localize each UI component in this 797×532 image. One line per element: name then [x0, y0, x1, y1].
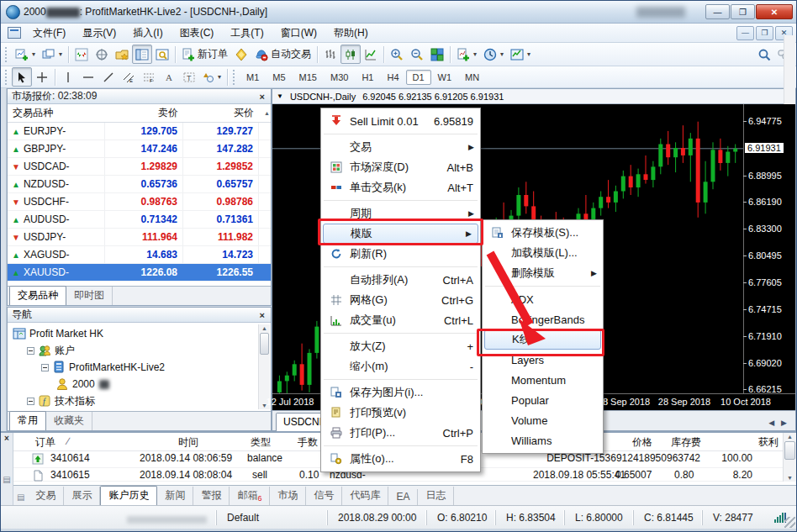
close-icon[interactable]: × — [258, 310, 267, 320]
child-restore-button[interactable]: ❐ — [756, 26, 773, 40]
menu-tools[interactable]: 工具(T) — [222, 24, 272, 43]
context-menu-item-成交量-u-[interactable]: 成交量(u)Ctrl+L — [321, 310, 480, 330]
new-chart-button[interactable]: ▾ — [12, 45, 39, 64]
terminal-column-header[interactable]: 时间 — [178, 435, 198, 450]
template-item-momentum[interactable]: Momentum — [483, 370, 603, 390]
context-menu-item-保存为图片-i----[interactable]: 保存为图片(i)... — [321, 382, 480, 403]
market-watch-button[interactable] — [112, 45, 132, 64]
tree-expand-icon[interactable] — [27, 347, 34, 355]
crosshair-tool-button[interactable] — [32, 67, 52, 87]
metaeditor-button[interactable] — [231, 45, 251, 64]
terminal-tab-展示[interactable]: 展示 — [64, 487, 100, 505]
autotrading-button[interactable]: 自动交易 — [251, 45, 314, 64]
market-watch-row-usdchf[interactable]: ▼USDCHF-0.987630.98786 — [8, 193, 271, 211]
timeframe-d1[interactable]: D1 — [406, 70, 431, 85]
data-window-button[interactable] — [92, 45, 112, 64]
tab-scroll-right-icon[interactable]: ▶ — [781, 419, 787, 427]
new-order-button[interactable]: 新订单 — [178, 45, 231, 64]
template-item-bollingerbands[interactable]: BollingerBands — [483, 309, 603, 329]
close-icon[interactable]: × — [4, 434, 9, 443]
vertical-line-tool-button[interactable] — [58, 67, 78, 87]
template-item-加载模版-l----[interactable]: 加载模版(L)... — [483, 243, 603, 263]
template-item-删除模版[interactable]: 删除模版▶ — [483, 263, 603, 283]
indicators-list-button[interactable]: ▾ — [453, 45, 480, 64]
terminal-column-header[interactable]: ∕ — [67, 435, 69, 447]
timeframe-m1[interactable]: M1 — [240, 70, 266, 85]
navigator-item-账户[interactable]: 账户 — [9, 342, 269, 359]
close-icon[interactable]: × — [258, 92, 267, 102]
template-item-williams[interactable]: Williams — [483, 430, 603, 450]
terminal-column-header[interactable]: 订单 — [35, 435, 55, 450]
tick-chart-button[interactable] — [71, 45, 92, 64]
fibonacci-tool-button[interactable]: F — [139, 67, 159, 87]
status-template[interactable]: Default — [216, 510, 327, 525]
template-item-popular[interactable]: Popular — [483, 390, 603, 410]
tile-windows-button[interactable] — [427, 45, 447, 64]
label-tool-button[interactable]: T — [179, 67, 199, 87]
market-watch-row-nzdusd[interactable]: ▲NZDUSD-0.657360.65757 — [8, 176, 271, 193]
timeframe-m5[interactable]: M5 — [266, 70, 292, 85]
template-item-volume[interactable]: Volume — [483, 410, 603, 430]
context-menu-item-放大-z-[interactable]: 放大(Z)+ — [321, 336, 480, 356]
context-menu-item-网格-g-[interactable]: 网格(G)Ctrl+G — [321, 290, 480, 310]
timeframe-h1[interactable]: H1 — [355, 70, 380, 85]
navigator-item-profitmarkethk-live2[interactable]: ProfitMarketHK-Live2 — [9, 359, 269, 376]
market-watch-row-xagusd[interactable]: ▲XAGUSD-14.68314.723 — [8, 246, 271, 264]
navigator-tab-收藏夹[interactable]: 收藏夹 — [46, 412, 92, 430]
terminal-tab-市场[interactable]: 市场 — [270, 487, 306, 505]
terminal-tab-新闻[interactable]: 新闻 — [157, 487, 193, 505]
terminal-tab-警报[interactable]: 警报 — [193, 487, 230, 505]
candlestick-chart-button[interactable] — [340, 45, 361, 64]
timeframe-mn[interactable]: MN — [458, 70, 486, 85]
market-watch-row-audusd[interactable]: ▲AUDUSD-0.713420.71361 — [8, 211, 271, 229]
context-menu-item-模版[interactable]: 模版▶ — [323, 224, 478, 244]
market-watch-row-usdjpy[interactable]: ▼USDJPY-111.964111.982 — [8, 229, 271, 246]
trendline-tool-button[interactable] — [98, 67, 119, 87]
terminal-tab-交易[interactable]: 交易 — [28, 487, 64, 505]
search-button[interactable] — [754, 45, 774, 64]
terminal-tab-邮箱[interactable]: 邮箱6 — [230, 487, 270, 505]
bar-chart-button[interactable] — [320, 45, 340, 64]
template-item-layers[interactable]: Layers — [483, 350, 603, 370]
market-watch-row-eurjpy[interactable]: ▲EURJPY-129.705129.727 — [8, 123, 271, 140]
timeframe-m30[interactable]: M30 — [324, 70, 355, 85]
terminal-scrollbar[interactable]: ▲ ▼ — [783, 433, 796, 482]
context-menu-item-打印预览-v-[interactable]: 打印预览(v) — [321, 403, 480, 423]
restore-button[interactable]: ❐ — [731, 4, 755, 19]
terminal-tab-账户历史[interactable]: 账户历史 — [100, 486, 157, 505]
context-menu-item-sell-limit-0-01[interactable]: Sell Limit 0.016.95819 — [321, 111, 480, 131]
terminal-column-header[interactable]: 库存费 — [671, 435, 701, 450]
line-chart-button[interactable] — [361, 45, 381, 64]
templates-button[interactable]: ▾ — [507, 45, 534, 64]
navigator-item-技术指标[interactable]: f技术指标 — [9, 392, 269, 409]
timeframe-w1[interactable]: W1 — [431, 70, 459, 85]
chevron-down-icon[interactable]: ▼ — [277, 92, 283, 100]
terminal-column-header[interactable]: 手数 — [298, 435, 318, 450]
context-menu-item-市场深度-d-[interactable]: 市场深度(D)Alt+B — [321, 157, 480, 177]
menu-insert[interactable]: 插入(I) — [124, 24, 171, 43]
template-item-adx[interactable]: ADX — [483, 289, 603, 309]
menu-help[interactable]: 帮助(H) — [325, 24, 377, 43]
timeframe-h4[interactable]: H4 — [380, 70, 405, 85]
tree-expand-icon[interactable] — [41, 364, 49, 371]
menu-charts[interactable]: 图表(C) — [172, 24, 223, 43]
market-watch-tab-即时图[interactable]: 即时图 — [66, 287, 113, 305]
child-minimize-button[interactable]: — — [736, 26, 754, 40]
market-watch-row-gbpjpy[interactable]: ▲GBPJPY-147.246147.282 — [8, 140, 271, 158]
template-item-k线[interactable]: K线 — [484, 329, 601, 350]
close-button[interactable]: ✕ — [756, 4, 793, 19]
tree-expand-icon[interactable] — [27, 398, 34, 405]
menu-view[interactable]: 显示(V) — [74, 24, 124, 43]
terminal-tab-EA[interactable]: EA — [388, 489, 418, 505]
context-menu-item-交易[interactable]: 交易▶ — [321, 137, 480, 157]
tab-scroll-left-icon[interactable]: ◀ — [768, 419, 774, 427]
terminal-column-header[interactable]: 获利 — [758, 435, 779, 450]
zoom-in-button[interactable] — [387, 45, 407, 64]
navigator-item-2000[interactable]: 2000 — [9, 376, 269, 392]
navigator-button[interactable] — [132, 45, 152, 64]
market-watch-row-xauusd[interactable]: ▲XAUUSD-1226.081226.55 — [8, 264, 271, 282]
menu-window[interactable]: 窗口(W) — [272, 24, 325, 43]
navigator-tab-常用[interactable]: 常用 — [9, 411, 46, 431]
market-watch-row-usdcad[interactable]: ▼USDCAD-1.298291.29852 — [8, 158, 271, 176]
template-item-保存模板-s----[interactable]: 保存模板(S)... — [483, 223, 603, 243]
